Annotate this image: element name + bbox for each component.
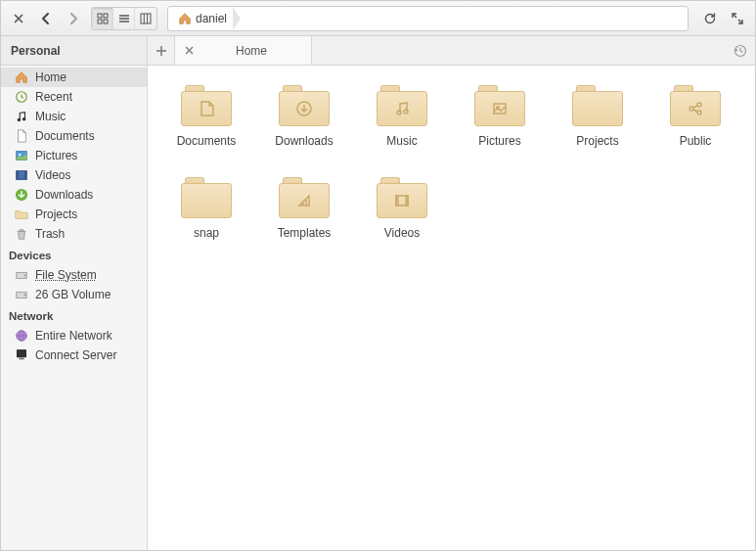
folder-icon: [572, 85, 623, 126]
sidebar-item-label: Documents: [35, 129, 95, 143]
sidebar-item-documents[interactable]: Documents: [1, 126, 147, 146]
folder-label: Projects: [576, 134, 618, 148]
sidebar-section-network: Network: [1, 304, 147, 326]
folder-icon: [377, 85, 427, 126]
svg-point-7: [18, 118, 22, 122]
folder-item[interactable]: Videos: [353, 177, 451, 240]
sidebar-item-label: Home: [35, 70, 67, 84]
svg-point-28: [697, 103, 701, 107]
folder-label: Downloads: [275, 134, 333, 148]
content-area[interactable]: DocumentsDownloadsMusicPicturesProjectsP…: [148, 66, 755, 550]
svg-point-8: [22, 117, 26, 121]
reload-button[interactable]: [698, 7, 722, 30]
folder-icon: [279, 177, 330, 218]
main: Home Recent Music Documents Pictures Vid…: [1, 66, 755, 550]
folder-icon: [474, 85, 525, 126]
svg-rect-3: [104, 20, 108, 23]
maximize-button[interactable]: [726, 7, 749, 30]
svg-point-29: [697, 111, 701, 115]
column-view-button[interactable]: [135, 8, 156, 29]
folder-icon: [279, 85, 330, 126]
sidebar-item-label: Connect Server: [35, 348, 116, 362]
icon-grid: DocumentsDownloadsMusicPicturesProjectsP…: [157, 85, 745, 240]
tabbar: Personal Home: [1, 36, 755, 66]
svg-rect-20: [18, 350, 26, 357]
sidebar-item-label: Entire Network: [35, 329, 112, 343]
sidebar-item-volume[interactable]: 26 GB Volume: [1, 285, 147, 304]
folder-label: Documents: [177, 134, 237, 148]
folder-item[interactable]: Documents: [157, 85, 255, 148]
folder-item[interactable]: Templates: [255, 177, 353, 240]
sidebar-section-devices: Devices: [1, 244, 147, 265]
downloads-icon: [15, 188, 28, 202]
trash-icon: [15, 227, 28, 241]
sidebar-item-downloads[interactable]: Downloads: [1, 185, 147, 205]
home-icon: [15, 70, 28, 84]
folder-item[interactable]: Downloads: [255, 85, 353, 148]
sidebar-item-label: Music: [35, 110, 66, 123]
folder-item[interactable]: snap: [157, 177, 255, 240]
tab-close-icon[interactable]: [185, 46, 194, 55]
pictures-icon: [15, 149, 28, 162]
folder-item[interactable]: Public: [646, 85, 744, 148]
sidebar-item-videos[interactable]: Videos: [1, 165, 147, 185]
svg-rect-1: [104, 14, 108, 18]
tab-home[interactable]: Home: [175, 36, 312, 65]
folder-item[interactable]: Projects: [549, 85, 646, 148]
pathbar[interactable]: daniel: [167, 6, 689, 31]
folder-icon: [181, 85, 232, 126]
folder-label: Music: [386, 134, 417, 148]
sidebar-item-label: Videos: [35, 168, 70, 182]
history-button[interactable]: [726, 36, 755, 65]
back-button[interactable]: [34, 7, 58, 30]
music-icon: [15, 110, 28, 123]
folder-label: Pictures: [478, 134, 520, 148]
toolbar: daniel: [1, 1, 755, 36]
list-view-button[interactable]: [113, 8, 135, 29]
sidebar-item-home[interactable]: Home: [1, 68, 147, 87]
folder-icon: [181, 177, 232, 218]
view-mode-group: [91, 7, 157, 30]
drive-icon: [15, 268, 28, 282]
network-icon: [15, 329, 28, 343]
sidebar-item-label: 26 GB Volume: [35, 288, 111, 301]
folder-item[interactable]: Pictures: [451, 85, 549, 148]
folder-icon: [15, 207, 28, 221]
sidebar-item-pictures[interactable]: Pictures: [1, 146, 147, 165]
home-icon: [178, 12, 192, 25]
svg-point-23: [397, 111, 401, 115]
recent-icon: [15, 90, 28, 104]
sidebar-item-label: Projects: [35, 207, 77, 221]
svg-rect-32: [406, 196, 408, 206]
svg-rect-4: [141, 14, 151, 23]
sidebar-item-label: File System: [35, 268, 97, 282]
sidebar-item-projects[interactable]: Projects: [1, 205, 147, 224]
svg-point-16: [24, 275, 26, 277]
svg-rect-21: [19, 358, 23, 360]
sidebar-item-network[interactable]: Entire Network: [1, 326, 147, 345]
sidebar: Home Recent Music Documents Pictures Vid…: [1, 66, 148, 550]
sidebar-item-label: Recent: [35, 90, 72, 104]
svg-rect-12: [17, 171, 19, 180]
sidebar-item-music[interactable]: Music: [1, 107, 147, 126]
sidebar-section-personal: Personal: [1, 36, 148, 65]
forward-button[interactable]: [62, 7, 85, 30]
tab-label: Home: [201, 44, 301, 58]
videos-icon: [15, 168, 28, 182]
folder-icon: [670, 85, 721, 126]
breadcrumb[interactable]: daniel: [172, 7, 233, 30]
sidebar-item-filesystem[interactable]: File System: [1, 265, 147, 285]
icon-view-button[interactable]: [92, 8, 113, 29]
svg-rect-31: [396, 196, 398, 206]
folder-item[interactable]: Music: [353, 85, 451, 148]
sidebar-item-label: Downloads: [35, 188, 93, 202]
folder-label: Public: [680, 134, 712, 148]
close-icon[interactable]: [7, 7, 30, 30]
sidebar-item-recent[interactable]: Recent: [1, 87, 147, 107]
sidebar-item-trash[interactable]: Trash: [1, 224, 147, 244]
sidebar-item-label: Pictures: [35, 149, 77, 162]
sidebar-item-connect-server[interactable]: Connect Server: [1, 345, 147, 365]
drive-icon: [15, 288, 28, 301]
svg-point-18: [24, 295, 26, 297]
new-tab-button[interactable]: [148, 36, 175, 65]
